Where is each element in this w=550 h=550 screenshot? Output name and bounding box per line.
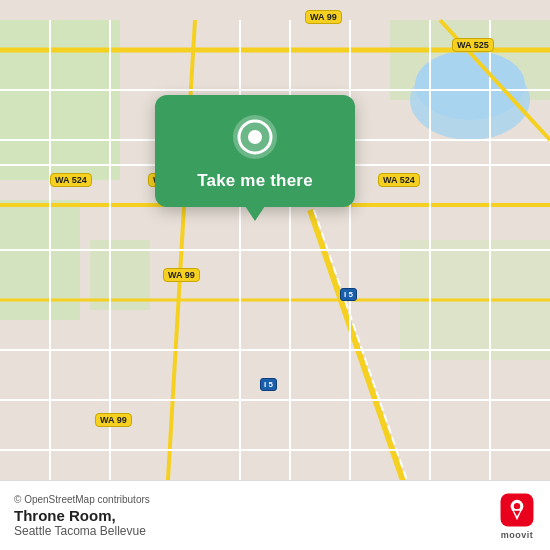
- map-container: Mountlake WA 99 WA 525 WA 524 WA 524 WA …: [0, 0, 550, 550]
- wa525-badge: WA 525: [452, 38, 494, 52]
- location-pin-icon: [231, 113, 279, 161]
- i5-bot-badge: I 5: [260, 378, 277, 391]
- map-svg: Mountlake: [0, 0, 550, 550]
- svg-point-7: [415, 50, 525, 120]
- popup-card[interactable]: Take me there: [155, 95, 355, 207]
- svg-rect-1: [0, 20, 120, 180]
- svg-point-33: [248, 130, 262, 144]
- wa524-left-badge: WA 524: [50, 173, 92, 187]
- popup-label: Take me there: [197, 171, 313, 191]
- wa99-bot-badge: WA 99: [95, 413, 132, 427]
- svg-point-36: [514, 503, 520, 509]
- i5-mid-badge: I 5: [340, 288, 357, 301]
- location-subtitle: Seattle Tacoma Bellevue: [14, 524, 150, 538]
- osm-attribution: © OpenStreetMap contributors: [14, 494, 150, 505]
- moovit-logo: moovit: [498, 491, 536, 540]
- wa99-mid-badge: WA 99: [163, 268, 200, 282]
- wa524-right-badge: WA 524: [378, 173, 420, 187]
- location-title: Throne Room,: [14, 507, 150, 524]
- svg-rect-2: [0, 200, 80, 320]
- moovit-text: moovit: [501, 530, 534, 540]
- bottom-bar: © OpenStreetMap contributors Throne Room…: [0, 480, 550, 550]
- wa99-top-badge: WA 99: [305, 10, 342, 24]
- location-info: © OpenStreetMap contributors Throne Room…: [14, 494, 150, 538]
- moovit-icon: [498, 491, 536, 529]
